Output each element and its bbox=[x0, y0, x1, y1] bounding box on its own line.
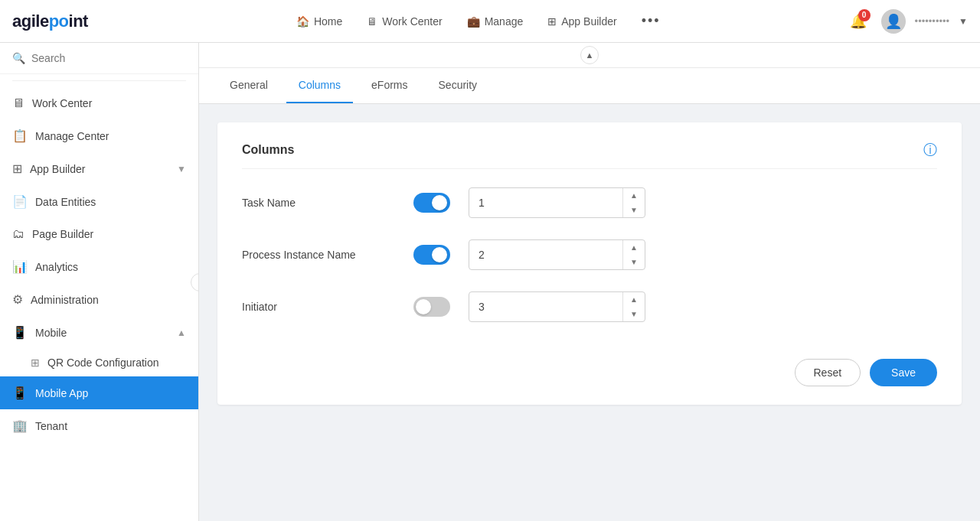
sidebar-label-analytics: Analytics bbox=[35, 261, 78, 273]
column-label-task-name: Task Name bbox=[242, 197, 395, 209]
order-input-initiator: 3 ▲ ▼ bbox=[469, 291, 645, 322]
home-icon: 🏠 bbox=[296, 15, 309, 28]
nav-appbuilder[interactable]: ⊞ App Builder bbox=[537, 9, 627, 34]
order-value-process-instance[interactable]: 2 bbox=[469, 243, 622, 267]
tab-security[interactable]: Security bbox=[426, 68, 490, 103]
sidebar-item-manage-center[interactable]: 📋 Manage Center bbox=[0, 119, 198, 152]
order-up-process-instance[interactable]: ▲ bbox=[623, 240, 645, 255]
analytics-icon: 📊 bbox=[12, 259, 28, 274]
sidebar: 🔍 🖥 Work Center 📋 Manage Center ⊞ App Bu… bbox=[0, 43, 199, 521]
order-input-process-instance: 2 ▲ ▼ bbox=[469, 239, 645, 270]
top-navigation: agilepoint 🏠 Home 🖥 Work Center 💼 Manage… bbox=[0, 0, 980, 43]
save-button[interactable]: Save bbox=[870, 359, 937, 386]
collapse-top-bar: ▲ bbox=[199, 43, 980, 68]
clipboard-icon: 📋 bbox=[12, 129, 28, 143]
nav-manage[interactable]: 💼 Manage bbox=[456, 9, 534, 34]
sidebar-label-administration: Administration bbox=[31, 294, 99, 306]
collapse-top-button[interactable]: ▲ bbox=[580, 46, 599, 64]
user-icon: 👤 bbox=[885, 13, 902, 30]
search-input[interactable] bbox=[31, 52, 186, 64]
appbuilder-icon: ⊞ bbox=[12, 161, 22, 176]
tab-eforms[interactable]: eForms bbox=[359, 68, 420, 103]
order-value-task-name[interactable]: 1 bbox=[469, 190, 622, 215]
info-icon[interactable]: ⓘ bbox=[923, 141, 937, 159]
nav-more[interactable]: ••• bbox=[631, 7, 671, 35]
sidebar-label-qr-code: QR Code Configuration bbox=[47, 357, 159, 369]
sidebar-item-mobile[interactable]: 📱 Mobile ▲ bbox=[0, 316, 198, 349]
reset-button[interactable]: Reset bbox=[795, 359, 861, 386]
avatar: 👤 bbox=[881, 9, 906, 34]
user-dropdown-chevron[interactable]: ▼ bbox=[959, 16, 968, 27]
nav-home[interactable]: 🏠 Home bbox=[286, 9, 353, 34]
user-name: •••••••••• bbox=[915, 15, 950, 27]
page-icon: 🗂 bbox=[12, 227, 24, 241]
sidebar-item-app-builder[interactable]: ⊞ App Builder ▼ bbox=[0, 152, 198, 185]
toggle-slider-task-name bbox=[413, 193, 450, 213]
notification-badge: 0 bbox=[858, 9, 871, 21]
grid-icon: ⊞ bbox=[547, 15, 557, 28]
order-arrows-process-instance: ▲ ▼ bbox=[622, 240, 645, 269]
column-row-task-name: Task Name 1 ▲ ▼ bbox=[242, 187, 937, 218]
toggle-task-name[interactable] bbox=[413, 193, 450, 213]
sidebar-label-page-builder: Page Builder bbox=[32, 228, 93, 240]
admin-icon: ⚙ bbox=[12, 292, 23, 307]
data-icon: 📄 bbox=[12, 194, 28, 209]
action-bar: Reset Save bbox=[242, 347, 937, 386]
search-icon: 🔍 bbox=[12, 52, 25, 64]
toggle-slider-initiator bbox=[413, 297, 450, 317]
order-down-task-name[interactable]: ▼ bbox=[623, 203, 645, 217]
nav-links: 🏠 Home 🖥 Work Center 💼 Manage ⊞ App Buil… bbox=[113, 7, 844, 35]
tab-columns-label: Columns bbox=[299, 79, 341, 91]
tab-general[interactable]: General bbox=[217, 68, 280, 103]
tab-security-label: Security bbox=[439, 79, 478, 91]
sidebar-label-mobile-app: Mobile App bbox=[35, 387, 88, 399]
notification-button[interactable]: 🔔 0 bbox=[844, 8, 872, 35]
sidebar-label-app-builder: App Builder bbox=[30, 163, 85, 175]
logo: agilepoint bbox=[12, 11, 88, 31]
order-down-process-instance[interactable]: ▼ bbox=[623, 255, 645, 269]
sidebar-item-work-center[interactable]: 🖥 Work Center bbox=[0, 87, 198, 119]
sidebar-item-tenant[interactable]: 🏢 Tenant bbox=[0, 409, 198, 442]
column-label-initiator: Initiator bbox=[242, 301, 395, 313]
order-up-task-name[interactable]: ▲ bbox=[623, 188, 645, 203]
tenant-icon: 🏢 bbox=[12, 418, 28, 433]
mobile-app-icon: 📱 bbox=[12, 386, 28, 400]
content-area: Columns ⓘ Task Name 1 ▲ ▼ bbox=[199, 104, 980, 521]
toggle-knob-initiator bbox=[416, 299, 431, 314]
order-arrows-initiator: ▲ ▼ bbox=[622, 292, 645, 321]
mobile-icon: 📱 bbox=[12, 325, 28, 340]
monitor-icon: 🖥 bbox=[12, 96, 24, 110]
monitor-icon: 🖥 bbox=[367, 15, 377, 28]
tab-eforms-label: eForms bbox=[371, 79, 407, 91]
main-content: ▲ General Columns eForms Security Column… bbox=[199, 43, 980, 521]
order-input-task-name: 1 ▲ ▼ bbox=[469, 187, 645, 218]
chevron-up-icon: ▲ bbox=[177, 327, 186, 338]
briefcase-icon: 💼 bbox=[467, 15, 480, 28]
order-up-initiator[interactable]: ▲ bbox=[623, 292, 645, 307]
sidebar-item-page-builder[interactable]: 🗂 Page Builder bbox=[0, 218, 198, 250]
chevron-up-icon: ▲ bbox=[586, 50, 594, 60]
nav-home-label: Home bbox=[314, 15, 342, 28]
toggle-initiator[interactable] bbox=[413, 297, 450, 317]
sidebar-item-analytics[interactable]: 📊 Analytics bbox=[0, 250, 198, 283]
nav-right: 🔔 0 👤 •••••••••• ▼ bbox=[844, 8, 968, 35]
card-header: Columns ⓘ bbox=[242, 141, 937, 169]
sidebar-item-administration[interactable]: ⚙ Administration bbox=[0, 283, 198, 316]
order-value-initiator[interactable]: 3 bbox=[469, 295, 622, 319]
main-layout: 🔍 🖥 Work Center 📋 Manage Center ⊞ App Bu… bbox=[0, 43, 980, 521]
sidebar-label-mobile: Mobile bbox=[35, 327, 67, 339]
tab-columns[interactable]: Columns bbox=[286, 68, 353, 103]
nav-appbuilder-label: App Builder bbox=[561, 15, 616, 28]
sidebar-label-data-entities: Data Entities bbox=[35, 196, 96, 208]
order-down-initiator[interactable]: ▼ bbox=[623, 307, 645, 321]
sidebar-item-data-entities[interactable]: 📄 Data Entities bbox=[0, 185, 198, 218]
toggle-process-instance[interactable] bbox=[413, 245, 450, 265]
nav-workcenter[interactable]: 🖥 Work Center bbox=[356, 9, 452, 34]
sidebar-label-work-center: Work Center bbox=[32, 97, 92, 109]
qr-icon: ⊞ bbox=[31, 357, 40, 369]
sidebar-label-tenant: Tenant bbox=[35, 420, 67, 432]
sidebar-sub-item-mobile-app[interactable]: 📱 Mobile App bbox=[0, 376, 198, 409]
card-title: Columns bbox=[242, 143, 294, 157]
order-arrows-task-name: ▲ ▼ bbox=[622, 188, 645, 217]
sidebar-sub-item-qr-code[interactable]: ⊞ QR Code Configuration bbox=[0, 349, 198, 376]
